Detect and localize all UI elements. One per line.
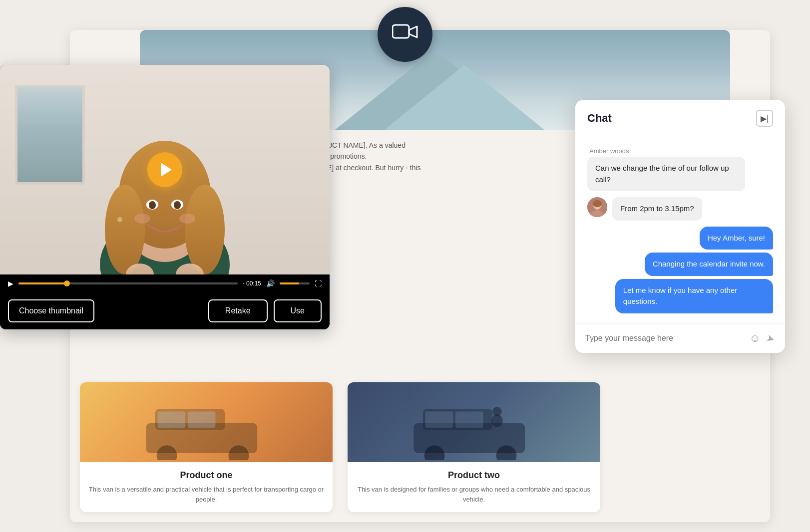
chat-collapse-button[interactable]: ▶| <box>756 110 773 127</box>
sent-messages-group: Hey Amber, sure! Changing the calendar i… <box>587 227 773 313</box>
product-card-2-desc: This van is designed for families or gro… <box>356 485 592 504</box>
progress-thumb <box>64 280 70 286</box>
video-controls: ▶ - 00:15 🔊 ⛶ <box>0 274 330 292</box>
chat-input-area: ☺ ➤ <box>575 323 785 353</box>
sent-message-3: Let me know if you have any other questi… <box>615 279 773 313</box>
product-card-1-title: Product one <box>88 470 325 481</box>
product-card-2: Product two This van is designed for fam… <box>348 382 600 512</box>
received-messages-group: Amber woods Can we change the time of ou… <box>587 147 773 191</box>
received-message-2: From 2pm to 3.15pm? <box>612 197 702 221</box>
svg-point-24 <box>185 185 225 274</box>
bg-text-line1: [RODUCT NAME]. As a valued <box>310 140 469 151</box>
mountain-shape-2 <box>385 65 544 130</box>
chat-input[interactable] <box>585 334 744 343</box>
svg-point-30 <box>179 214 195 224</box>
background-text-area: [RODUCT NAME]. As a valued ls and promot… <box>310 140 469 173</box>
svg-rect-11 <box>425 412 453 428</box>
svg-rect-6 <box>188 412 216 428</box>
svg-point-23 <box>105 185 145 274</box>
svg-rect-0 <box>393 25 409 38</box>
svg-point-14 <box>492 407 502 416</box>
svg-point-37 <box>593 200 602 207</box>
chat-messages: Amber woods Can we change the time of ou… <box>575 137 785 323</box>
time-display: - 00:15 <box>243 280 261 287</box>
product-card-2-image <box>348 382 600 462</box>
play-icon <box>161 163 172 177</box>
chat-panel: Chat ▶| Amber woods Can we change the ti… <box>575 100 785 353</box>
svg-rect-12 <box>455 412 483 428</box>
progress-fill <box>18 282 67 284</box>
received-message-row-2: From 2pm to 3.15pm? <box>587 197 773 221</box>
video-display <box>0 65 330 274</box>
sent-message-1: Hey Amber, sure! <box>700 227 773 250</box>
product-card-2-title: Product two <box>356 470 592 481</box>
use-button[interactable]: Use <box>274 299 322 322</box>
product-cards-area: Product one This van is a versatile and … <box>70 382 610 512</box>
bg-text-line3: [CODE] at checkout. But hurry - this <box>310 162 469 173</box>
retake-button[interactable]: Retake <box>208 299 268 322</box>
svg-point-13 <box>491 414 502 427</box>
svg-point-31 <box>117 217 122 222</box>
collapse-icon: ▶| <box>761 114 769 123</box>
product-card-2-body: Product two This van is designed for fam… <box>348 462 600 512</box>
volume-fill <box>280 282 299 284</box>
choose-thumbnail-button[interactable]: Choose thumbnail <box>8 299 94 322</box>
play-button[interactable] <box>147 152 182 187</box>
svg-point-29 <box>134 214 150 224</box>
svg-rect-5 <box>158 412 186 428</box>
product-card-1-image <box>80 382 333 462</box>
video-camera-icon <box>392 22 418 47</box>
chat-header: Chat ▶| <box>575 100 785 137</box>
svg-rect-17 <box>17 87 82 182</box>
sent-message-2: Changing the calendar invite now. <box>645 253 773 276</box>
svg-point-27 <box>149 201 156 209</box>
product-card-1: Product one This van is a versatile and … <box>80 382 333 512</box>
emoji-button[interactable]: ☺ <box>750 332 761 345</box>
product-card-1-desc: This van is a versatile and practical ve… <box>88 485 325 504</box>
volume-bar[interactable] <box>280 282 310 284</box>
sender-avatar <box>587 197 607 217</box>
send-button[interactable]: ➤ <box>765 331 777 345</box>
sender-name: Amber woods <box>587 147 773 155</box>
received-message-1: Can we change the time of our follow up … <box>587 157 745 191</box>
ctrl-play-icon[interactable]: ▶ <box>8 279 13 287</box>
svg-point-28 <box>174 201 181 209</box>
chat-title: Chat <box>587 112 612 125</box>
video-icon-circle <box>378 7 432 62</box>
bg-text-line2: ls and promotions. <box>310 151 469 162</box>
volume-icon[interactable]: 🔊 <box>266 279 275 287</box>
product-card-1-body: Product one This van is a versatile and … <box>80 462 333 512</box>
fullscreen-icon[interactable]: ⛶ <box>315 279 322 287</box>
video-panel: ▶ - 00:15 🔊 ⛶ Choose thumbnail Retake Us… <box>0 65 330 329</box>
video-bottom-bar: Choose thumbnail Retake Use <box>0 292 330 329</box>
progress-bar[interactable] <box>18 282 238 284</box>
